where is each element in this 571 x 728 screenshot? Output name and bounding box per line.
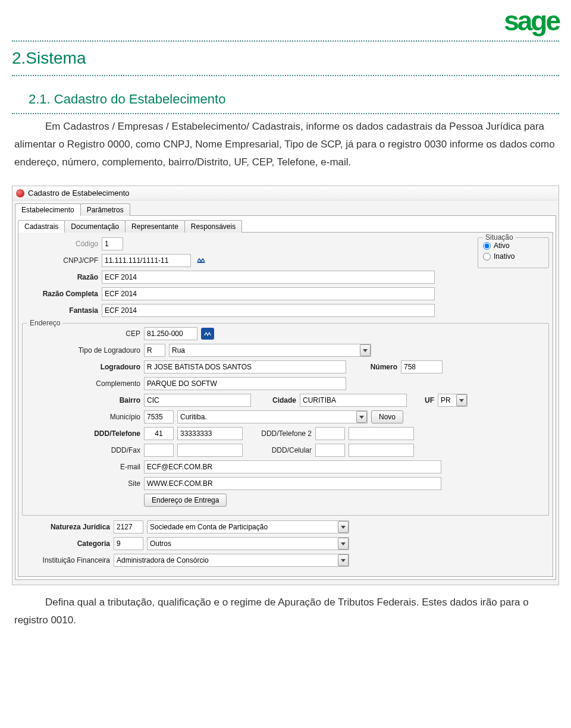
numero-input[interactable] [401, 360, 443, 374]
label-codigo: Código [22, 240, 98, 248]
label-razao-completa: Razão Completa [22, 290, 98, 298]
label-numero: Número [350, 363, 397, 371]
label-bairro: Bairro [27, 396, 140, 404]
tab-cadastrais[interactable]: Cadastrais [18, 220, 65, 233]
radio-ativo[interactable]: Ativo [483, 241, 544, 250]
window-titlebar: Cadastro de Estabelecimento [12, 186, 559, 200]
divider [12, 113, 559, 114]
bairro-input[interactable] [144, 394, 251, 407]
label-complemento: Complemento [27, 379, 140, 388]
categoria-desc-input[interactable] [147, 537, 349, 550]
label-ativo: Ativo [494, 241, 510, 250]
svg-rect-0 [197, 262, 205, 263]
label-ddd-telefone2: DDD/Telefone 2 [246, 429, 312, 438]
endereco-entrega-button[interactable]: Endereço de Entrega [144, 494, 227, 507]
fantasia-input[interactable] [102, 304, 435, 317]
inner-tabstrip: Cadastrais Documentação Representante Re… [15, 217, 556, 232]
codigo-input[interactable] [102, 237, 123, 250]
label-site: Site [27, 479, 140, 488]
nat-jur-desc-input[interactable] [147, 520, 349, 534]
complemento-input[interactable] [144, 377, 346, 390]
tab-representante[interactable]: Representante [125, 220, 185, 233]
label-razao: Razão [22, 273, 98, 281]
receita-icon[interactable] [194, 255, 208, 266]
cnpj-input[interactable] [102, 254, 191, 267]
legend-endereco: Endereço [27, 319, 62, 327]
label-email: E-mail [27, 463, 140, 471]
municipio-dropdown-button[interactable] [356, 411, 367, 423]
situacao-group: Situação Ativo Inativo [478, 237, 549, 268]
tipo-log-desc-input[interactable] [169, 344, 371, 357]
label-instituicao-financeira: Instituição Financeira [22, 556, 110, 564]
municipio-code-input[interactable] [144, 410, 174, 423]
celular-input[interactable] [349, 444, 414, 457]
tab-responsaveis[interactable]: Responsáveis [184, 220, 242, 233]
ddd-fax-input[interactable] [144, 444, 174, 457]
telefone2-input[interactable] [349, 427, 414, 440]
ddd2-input[interactable] [315, 427, 345, 440]
doc-paragraph-1: Em Cadastros / Empresas / Estabeleciment… [12, 118, 559, 171]
tab-parametros[interactable]: Parâmetros [80, 203, 130, 216]
cidade-input[interactable] [300, 394, 407, 407]
label-tipo-logradouro: Tipo de Logradouro [27, 346, 140, 354]
label-ddd-fax: DDD/Fax [27, 446, 140, 454]
label-cnpj: CNPJ/CPF [22, 256, 98, 265]
doc-heading-2: 2.1. Cadastro do Estabelecimento [12, 90, 559, 109]
novo-municipio-button[interactable]: Novo [371, 410, 403, 423]
label-municipio: Município [27, 413, 140, 421]
radio-ativo-input[interactable] [483, 242, 491, 250]
label-cep: CEP [27, 330, 140, 338]
radio-inativo[interactable]: Inativo [483, 252, 544, 261]
app-window: Cadastro de Estabelecimento Estabelecime… [12, 186, 559, 585]
outer-tabstrip: Estabelecimento Parâmetros [12, 200, 559, 215]
categoria-code-input[interactable] [114, 537, 143, 550]
nat-jur-code-input[interactable] [114, 520, 143, 534]
nat-jur-dropdown-button[interactable] [338, 521, 349, 533]
razao-input[interactable] [102, 271, 435, 284]
fax-input[interactable] [177, 444, 243, 457]
cep-input[interactable] [144, 327, 197, 340]
label-uf: UF [410, 396, 434, 404]
doc-paragraph-2: Defina qual a tributação, qualificação e… [12, 594, 559, 629]
uf-dropdown-button[interactable] [456, 394, 467, 406]
cep-lookup-icon[interactable] [201, 328, 214, 340]
telefone-input[interactable] [177, 427, 243, 440]
app-icon [16, 189, 24, 197]
tipo-log-code-input[interactable] [144, 344, 165, 357]
label-ddd-telefone: DDD/Telefone [27, 429, 140, 438]
razao-completa-input[interactable] [102, 287, 435, 300]
label-logradouro: Logradouro [27, 363, 140, 371]
radio-inativo-input[interactable] [483, 253, 491, 261]
doc-heading-1: 2.Sistema [12, 45, 559, 71]
tab-estabelecimento[interactable]: Estabelecimento [15, 203, 81, 216]
email-input[interactable] [144, 460, 441, 473]
logradouro-input[interactable] [144, 360, 346, 374]
window-title: Cadastro de Estabelecimento [28, 189, 130, 197]
label-natureza-juridica: Natureza Jurídica [22, 523, 110, 531]
label-ddd-celular: DDD/Celular [246, 446, 312, 454]
municipio-desc-input[interactable] [177, 410, 368, 423]
inst-fin-input[interactable] [114, 554, 349, 567]
tipo-log-dropdown-button[interactable] [360, 344, 371, 356]
ddd-cel-input[interactable] [315, 444, 345, 457]
divider [12, 75, 559, 76]
site-input[interactable] [144, 477, 441, 490]
label-cidade: Cidade [255, 396, 296, 404]
inst-fin-dropdown-button[interactable] [338, 554, 349, 566]
label-inativo: Inativo [494, 252, 514, 261]
tab-documentacao[interactable]: Documentação [64, 220, 126, 233]
label-categoria: Categoria [22, 539, 110, 548]
categoria-dropdown-button[interactable] [338, 538, 349, 550]
divider [12, 40, 559, 42]
sage-logo: sage [504, 5, 559, 37]
label-fantasia: Fantasia [22, 306, 98, 315]
endereco-group: Endereço CEP Tipo de Logradouro [22, 323, 549, 516]
ddd-input[interactable] [144, 427, 174, 440]
label-situacao: Situação [483, 233, 516, 241]
